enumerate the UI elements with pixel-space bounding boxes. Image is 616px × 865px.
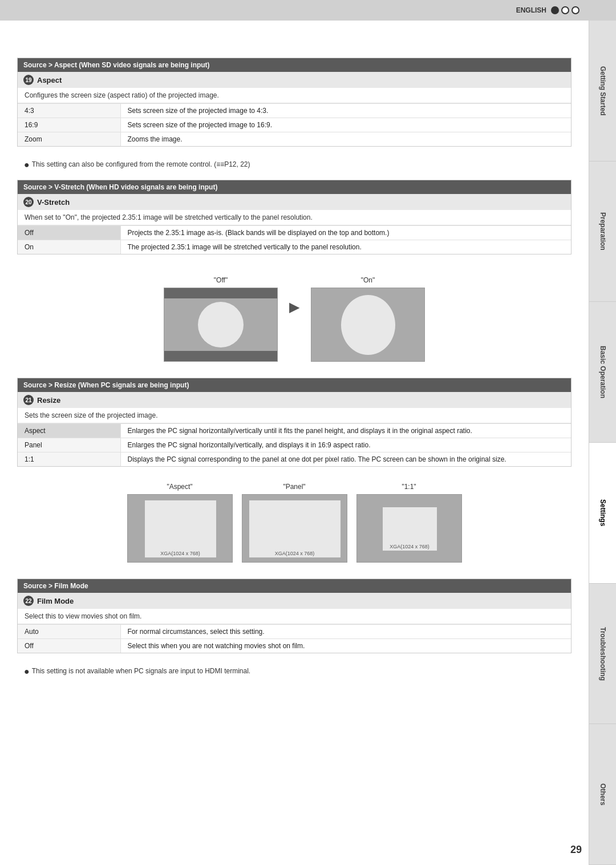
section-filmmode-title: Film Mode [37, 597, 74, 605]
table-row: Aspect Enlarges the PC signal horizontal… [18, 424, 571, 438]
section-aspect: Source > Aspect (When SD video signals a… [17, 58, 572, 147]
section-resize: Source > Resize (When PC signals are bei… [17, 378, 572, 467]
table-row: Zoom Zooms the image. [18, 132, 571, 147]
diagram-aspect: "Aspect" XGA(1024 x 768) [127, 483, 233, 563]
filmmode-note: ● This setting is not available when PC … [17, 664, 572, 680]
sidebar-tab-getting-started[interactable]: Getting Started [589, 21, 616, 161]
aspect-note: ● This setting can also be configured fr… [17, 157, 572, 173]
sidebar-tab-preparation[interactable]: Preparation [589, 161, 616, 302]
table-row: Off Projects the 2.35:1 image as-is. (Bl… [18, 226, 571, 240]
desc-panel-resize: Enlarges the PC signal horizontally/vert… [120, 438, 571, 452]
option-169: 16:9 [18, 118, 120, 132]
dot-empty-icon-1 [561, 6, 569, 14]
dot-filled-icon [551, 6, 559, 14]
section-resize-title-row: 21 Resize [18, 392, 571, 408]
section-filmmode-table: Auto For normal circumstances, select th… [18, 624, 571, 653]
option-zoom: Zoom [18, 132, 120, 147]
option-11-resize: 1:1 [18, 452, 120, 467]
resize-diagram: "Aspect" XGA(1024 x 768) "Panel" XGA(102… [17, 477, 572, 568]
section-aspect-desc: Configures the screen size (aspect ratio… [18, 88, 571, 103]
desc-11-resize: Displays the PC signal corresponding to … [120, 452, 571, 467]
diagram-inner-oval-on [341, 295, 395, 355]
desc-aspect-resize: Enlarges the PC signal horizontally/vert… [120, 424, 571, 438]
section-vstretch-desc: When set to "On", the projected 2.35:1 i… [18, 210, 571, 225]
section-aspect-table: 4:3 Sets screen size of the projected im… [18, 103, 571, 146]
diagram-11: "1:1" XGA(1024 x 768) [356, 483, 462, 563]
diagram-off-label: "Off" [214, 276, 228, 284]
diagram-inner-circle-off [198, 302, 244, 347]
black-band-bottom [164, 351, 277, 361]
section-vstretch-num: 20 [23, 197, 34, 207]
section-vstretch-title: V-Stretch [37, 198, 70, 207]
table-row: 4:3 Sets screen size of the projected im… [18, 104, 571, 118]
option-off-filmmode: Off [18, 639, 120, 653]
xga-label-11: XGA(1024 x 768) [390, 544, 429, 549]
bullet-icon: ● [24, 160, 30, 169]
diagram-on: "On" [311, 276, 425, 362]
option-on-vstretch: On [18, 240, 120, 254]
section-filmmode-desc: Select this to view movies shot on film. [18, 609, 571, 624]
page-number: 29 [570, 844, 582, 856]
option-43: 4:3 [18, 104, 120, 118]
diagram-on-box [311, 288, 425, 362]
option-panel-resize: Panel [18, 438, 120, 452]
section-filmmode-title-row: 22 Film Mode [18, 593, 571, 609]
desc-off-filmmode: Select this when you are not watching mo… [120, 639, 571, 653]
bullet-icon-filmmode: ● [24, 667, 30, 676]
section-aspect-title-row: 19 Aspect [18, 72, 571, 88]
section-aspect-title: Aspect [37, 76, 62, 84]
table-row: Auto For normal circumstances, select th… [18, 625, 571, 639]
dot-empty-icon-2 [572, 6, 579, 14]
diagram-aspect-box: XGA(1024 x 768) [127, 494, 233, 563]
section-vstretch-table: Off Projects the 2.35:1 image as-is. (Bl… [18, 225, 571, 254]
top-bar: ENGLISH [0, 0, 616, 21]
sidebar-tab-troubleshooting[interactable]: Troubleshooting [589, 584, 616, 725]
desc-on-vstretch: The projected 2.35:1 image will be stret… [120, 240, 571, 254]
table-row: Panel Enlarges the PC signal horizontall… [18, 438, 571, 452]
xga-label-aspect: XGA(1024 x 768) [160, 551, 200, 556]
diagram-panel: "Panel" XGA(1024 x 768) [242, 483, 347, 563]
diagram-panel-label: "Panel" [283, 483, 305, 491]
table-row: On The projected 2.35:1 image will be st… [18, 240, 571, 254]
table-row: 16:9 Sets screen size of the projected i… [18, 118, 571, 132]
xga-label-panel: XGA(1024 x 768) [275, 551, 315, 556]
section-vstretch: Source > V-Stretch (When HD video signal… [17, 180, 572, 254]
aspect-note-text: This setting can also be configured from… [32, 160, 250, 168]
section-filmmode-header: Source > Film Mode [18, 579, 571, 593]
section-resize-desc: Sets the screen size of the projected im… [18, 408, 571, 423]
section-resize-num: 21 [23, 395, 34, 405]
right-sidebar: Getting Started Preparation Basic Operat… [589, 21, 616, 865]
diagram-off-box [164, 288, 278, 362]
desc-zoom: Zooms the image. [120, 132, 571, 147]
desc-off-vstretch: Projects the 2.35:1 image as-is. (Black … [120, 226, 571, 240]
desc-auto-filmmode: For normal circumstances, select this se… [120, 625, 571, 639]
black-band-top [164, 288, 277, 298]
diagram-aspect-inner: XGA(1024 x 768) [145, 500, 216, 557]
section-aspect-header: Source > Aspect (When SD video signals a… [18, 58, 571, 72]
sidebar-tab-basic-operation[interactable]: Basic Operation [589, 302, 616, 443]
table-row: Off Select this when you are not watchin… [18, 639, 571, 653]
table-row: 1:1 Displays the PC signal corresponding… [18, 452, 571, 467]
option-auto-filmmode: Auto [18, 625, 120, 639]
desc-169: Sets screen size of the projected image … [120, 118, 571, 132]
section-filmmode-num: 22 [23, 596, 34, 606]
sidebar-tab-settings[interactable]: Settings [589, 443, 616, 584]
diagram-11-box: XGA(1024 x 768) [356, 494, 462, 563]
section-resize-title: Resize [37, 396, 60, 405]
diagram-11-label: "1:1" [402, 483, 416, 491]
section-resize-table: Aspect Enlarges the PC signal horizontal… [18, 423, 571, 466]
language-label: ENGLISH [516, 6, 546, 14]
filmmode-note-text: This setting is not available when PC si… [32, 667, 251, 675]
main-content: Source > Aspect (When SD video signals a… [0, 21, 589, 697]
sidebar-tab-others[interactable]: Others [589, 724, 616, 865]
diagram-aspect-label: "Aspect" [167, 483, 192, 491]
vstretch-diagram: "Off" ▶ "On" [17, 265, 572, 367]
diagram-arrow: ▶ [289, 276, 299, 315]
diagram-11-inner: XGA(1024 x 768) [383, 507, 437, 551]
diagram-panel-inner: XGA(1024 x 768) [249, 500, 341, 557]
section-filmmode: Source > Film Mode 22 Film Mode Select t… [17, 579, 572, 653]
diagram-off: "Off" [164, 276, 278, 362]
option-aspect-resize: Aspect [18, 424, 120, 438]
section-resize-header: Source > Resize (When PC signals are bei… [18, 378, 571, 392]
section-vstretch-title-row: 20 V-Stretch [18, 194, 571, 210]
